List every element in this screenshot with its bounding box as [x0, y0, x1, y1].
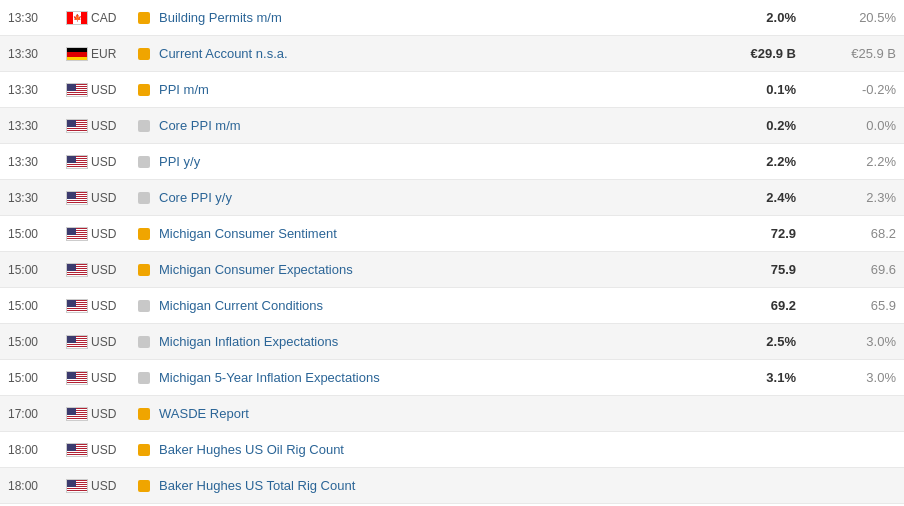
currency-code: USD [91, 335, 133, 349]
importance-indicator [133, 480, 155, 492]
table-row: 13:30 USDCore PPI y/y2.4%2.3% [0, 180, 904, 216]
event-name[interactable]: Baker Hughes US Oil Rig Count [155, 442, 686, 457]
currency-code: USD [91, 227, 133, 241]
event-time: 13:30 [8, 47, 63, 61]
previous-value: 69.6 [796, 262, 896, 277]
event-name[interactable]: Michigan Current Conditions [155, 298, 686, 313]
actual-value: 75.9 [686, 262, 796, 277]
actual-value: 2.0% [686, 10, 796, 25]
table-row: 13:30 USDPPI m/m0.1%-0.2% [0, 72, 904, 108]
event-name[interactable]: Building Permits m/m [155, 10, 686, 25]
importance-indicator [133, 228, 155, 240]
table-row: 13:30 🍁 CADBuilding Permits m/m2.0%20.5% [0, 0, 904, 36]
importance-indicator [133, 156, 155, 168]
event-name[interactable]: WASDE Report [155, 406, 686, 421]
event-time: 15:00 [8, 299, 63, 313]
country-flag [63, 299, 91, 313]
actual-value: €29.9 B [686, 46, 796, 61]
actual-value: 2.2% [686, 154, 796, 169]
country-flag [63, 155, 91, 169]
economic-calendar: 13:30 🍁 CADBuilding Permits m/m2.0%20.5%… [0, 0, 904, 504]
country-flag [63, 227, 91, 241]
importance-indicator [133, 192, 155, 204]
event-time: 13:30 [8, 83, 63, 97]
currency-code: USD [91, 299, 133, 313]
actual-value: 3.1% [686, 370, 796, 385]
previous-value: 65.9 [796, 298, 896, 313]
importance-indicator [133, 84, 155, 96]
actual-value: 2.4% [686, 190, 796, 205]
event-name[interactable]: Michigan Consumer Expectations [155, 262, 686, 277]
country-flag: 🍁 [63, 11, 91, 25]
importance-indicator [133, 444, 155, 456]
currency-code: USD [91, 407, 133, 421]
previous-value: -0.2% [796, 82, 896, 97]
table-row: 15:00 USDMichigan 5-Year Inflation Expec… [0, 360, 904, 396]
actual-value: 0.2% [686, 118, 796, 133]
event-name[interactable]: Core PPI m/m [155, 118, 686, 133]
importance-indicator [133, 48, 155, 60]
event-time: 13:30 [8, 119, 63, 133]
event-time: 18:00 [8, 479, 63, 493]
importance-indicator [133, 372, 155, 384]
country-flag [63, 263, 91, 277]
currency-code: USD [91, 83, 133, 97]
currency-code: EUR [91, 47, 133, 61]
event-name[interactable]: Baker Hughes US Total Rig Count [155, 478, 686, 493]
table-row: 15:00 USDMichigan Current Conditions69.2… [0, 288, 904, 324]
importance-indicator [133, 12, 155, 24]
previous-value: 68.2 [796, 226, 896, 241]
country-flag [63, 371, 91, 385]
currency-code: USD [91, 263, 133, 277]
event-time: 15:00 [8, 335, 63, 349]
table-row: 13:30 EURCurrent Account n.s.a.€29.9 B€2… [0, 36, 904, 72]
event-name[interactable]: Michigan Inflation Expectations [155, 334, 686, 349]
country-flag [63, 443, 91, 457]
table-row: 18:00 USDBaker Hughes US Total Rig Count [0, 468, 904, 504]
table-row: 18:00 USDBaker Hughes US Oil Rig Count [0, 432, 904, 468]
previous-value: 3.0% [796, 370, 896, 385]
table-row: 17:00 USDWASDE Report [0, 396, 904, 432]
event-name[interactable]: PPI y/y [155, 154, 686, 169]
currency-code: USD [91, 119, 133, 133]
previous-value: 20.5% [796, 10, 896, 25]
event-time: 17:00 [8, 407, 63, 421]
country-flag [63, 479, 91, 493]
currency-code: USD [91, 443, 133, 457]
country-flag [63, 119, 91, 133]
country-flag [63, 47, 91, 61]
event-name[interactable]: Core PPI y/y [155, 190, 686, 205]
table-row: 15:00 USDMichigan Consumer Expectations7… [0, 252, 904, 288]
previous-value: 2.2% [796, 154, 896, 169]
actual-value: 69.2 [686, 298, 796, 313]
event-name[interactable]: Current Account n.s.a. [155, 46, 686, 61]
country-flag [63, 335, 91, 349]
table-row: 13:30 USDPPI y/y2.2%2.2% [0, 144, 904, 180]
previous-value: 2.3% [796, 190, 896, 205]
currency-code: USD [91, 191, 133, 205]
event-name[interactable]: Michigan 5-Year Inflation Expectations [155, 370, 686, 385]
actual-value: 0.1% [686, 82, 796, 97]
previous-value: 3.0% [796, 334, 896, 349]
currency-code: CAD [91, 11, 133, 25]
country-flag [63, 407, 91, 421]
importance-indicator [133, 336, 155, 348]
importance-indicator [133, 408, 155, 420]
importance-indicator [133, 300, 155, 312]
country-flag [63, 191, 91, 205]
actual-value: 2.5% [686, 334, 796, 349]
event-name[interactable]: PPI m/m [155, 82, 686, 97]
previous-value: €25.9 B [796, 46, 896, 61]
table-row: 15:00 USDMichigan Consumer Sentiment72.9… [0, 216, 904, 252]
event-time: 13:30 [8, 11, 63, 25]
event-time: 18:00 [8, 443, 63, 457]
table-row: 15:00 USDMichigan Inflation Expectations… [0, 324, 904, 360]
event-name[interactable]: Michigan Consumer Sentiment [155, 226, 686, 241]
currency-code: USD [91, 371, 133, 385]
table-row: 13:30 USDCore PPI m/m0.2%0.0% [0, 108, 904, 144]
country-flag [63, 83, 91, 97]
currency-code: USD [91, 155, 133, 169]
event-time: 13:30 [8, 191, 63, 205]
event-time: 15:00 [8, 263, 63, 277]
event-time: 13:30 [8, 155, 63, 169]
